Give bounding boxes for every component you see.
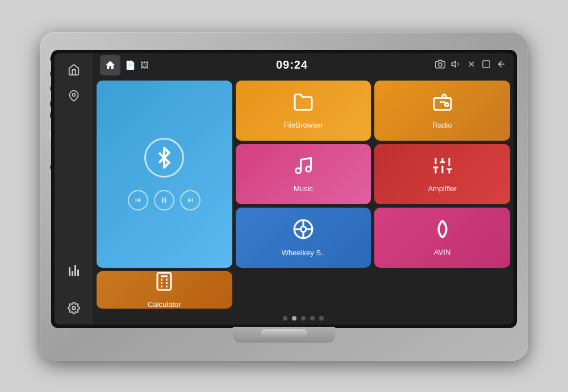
window-icon[interactable] (482, 60, 491, 71)
screen-bezel: 📄 🖼 09:24 (51, 50, 517, 328)
tile-amplifier[interactable]: Amplifier (374, 144, 510, 204)
page-dots (93, 312, 513, 324)
top-nav-doc-icon[interactable]: 📄 (125, 60, 136, 70)
amplifier-label: Amplifier (428, 184, 457, 193)
prev-button[interactable] (128, 190, 148, 210)
wheelkey-icon (293, 218, 314, 245)
tile-avin[interactable]: AVIN (374, 208, 510, 268)
wheelkey-label: Wheelkey S.. (282, 248, 325, 257)
top-bar-right (435, 59, 507, 71)
svg-point-15 (295, 168, 300, 173)
back-icon[interactable] (496, 59, 507, 71)
avin-icon (432, 219, 453, 245)
svg-point-2 (438, 62, 442, 66)
tile-filebrowser[interactable]: FileBrowser (236, 81, 371, 141)
sidebar-item-location[interactable] (60, 84, 87, 108)
camera-icon[interactable] (435, 59, 445, 71)
filebrowser-icon (292, 92, 315, 117)
player-controls (128, 190, 201, 210)
svg-point-27 (300, 226, 306, 232)
radio-label: Radio (433, 121, 452, 129)
svg-point-16 (306, 166, 311, 171)
music-icon (293, 155, 314, 181)
svg-rect-6 (483, 61, 490, 68)
top-home-button[interactable] (100, 55, 120, 75)
tile-music[interactable]: Music (236, 144, 371, 204)
radio-icon (431, 92, 454, 117)
volume-icon[interactable] (451, 59, 461, 71)
svg-marker-7 (137, 198, 140, 203)
calculator-label: Calculator (148, 300, 181, 309)
close-icon[interactable] (467, 60, 476, 71)
svg-marker-11 (189, 198, 191, 203)
calculator-icon (154, 271, 174, 297)
top-bar-left: 📄 🖼 (100, 55, 149, 75)
tile-bluetooth[interactable] (97, 81, 232, 268)
next-button[interactable] (180, 190, 201, 210)
dot-3[interactable] (301, 316, 306, 321)
sidebar-item-home[interactable] (60, 58, 87, 82)
dot-2[interactable] (292, 316, 296, 321)
device-shell: MIC ⏻ ⌂ ↩ RST ⚙ (40, 32, 528, 361)
screen-content: 📄 🖼 09:24 (55, 53, 513, 324)
app-grid: FileBrowser Radio (93, 77, 513, 312)
dot-5[interactable] (319, 316, 324, 321)
dot-1[interactable] (283, 316, 287, 321)
device-mount (233, 327, 335, 343)
mount-handle (261, 329, 307, 337)
app-grid-area: FileBrowser Radio (93, 77, 513, 324)
play-pause-button[interactable] (154, 190, 174, 210)
tile-radio[interactable]: Radio (374, 81, 510, 141)
filebrowser-label: FileBrowser (284, 121, 323, 129)
bluetooth-icon (144, 138, 184, 178)
music-label: Music (294, 184, 313, 193)
svg-point-14 (445, 103, 448, 106)
svg-marker-3 (452, 61, 456, 67)
top-nav-img-icon[interactable]: 🖼 (140, 60, 149, 70)
svg-rect-9 (162, 197, 164, 203)
amplifier-icon (432, 155, 453, 181)
svg-point-0 (73, 93, 76, 96)
top-bar: 📄 🖼 09:24 (93, 53, 513, 77)
dot-4[interactable] (310, 316, 315, 321)
svg-rect-10 (165, 197, 166, 203)
sidebar-item-equalizer[interactable] (60, 259, 87, 283)
sidebar-item-settings[interactable] (60, 296, 87, 320)
svg-point-1 (72, 306, 76, 310)
top-bar-time: 09:24 (154, 58, 429, 71)
app-sidebar (55, 53, 93, 324)
tile-wheelkey[interactable]: Wheelkey S.. (236, 208, 371, 268)
avin-label: AVIN (434, 248, 450, 256)
main-area: 📄 🖼 09:24 (93, 53, 513, 324)
tile-calculator[interactable]: Calculator (97, 271, 232, 309)
